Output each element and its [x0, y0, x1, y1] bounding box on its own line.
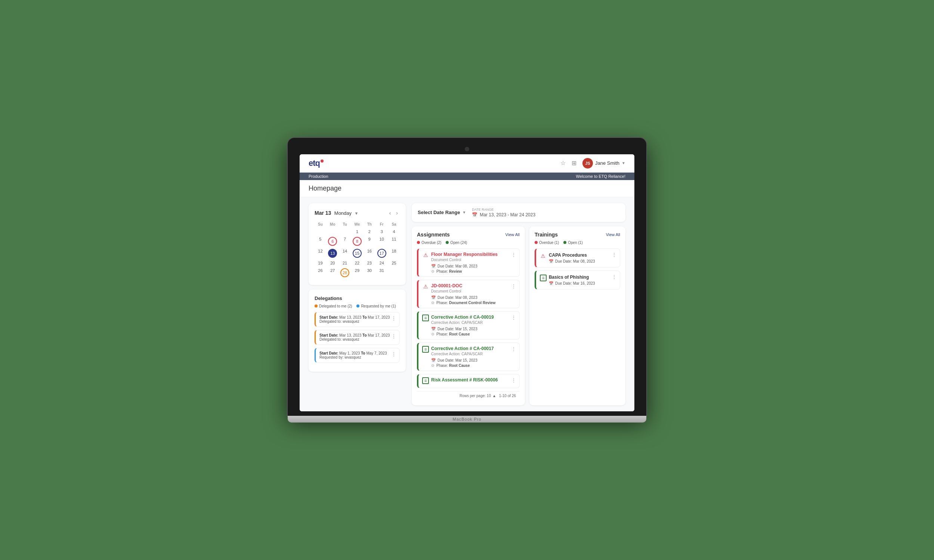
calendar-grid: Su Mo Tu We Th Fr Sa: [315, 221, 400, 278]
day-sa: Sa: [388, 221, 400, 228]
cal-day-28[interactable]: 28: [340, 268, 349, 277]
select-date-range-label: Select Date Range: [418, 209, 460, 215]
delegation-menu-2[interactable]: ⋮: [391, 333, 396, 339]
logo-accent-dot: [320, 160, 323, 163]
calendar-dropdown-icon[interactable]: ▼: [355, 211, 359, 215]
calendar-icon-2: 📅: [431, 295, 435, 300]
assignment-menu-5[interactable]: ⋮: [511, 377, 516, 383]
assignment-card-2[interactable]: ⚠ JD-00001-DOC Document Control 📅Due Dat…: [417, 280, 520, 308]
rows-per-page: Rows per page: 10 ▲: [460, 394, 496, 398]
assignment-meta-1: 📅Due Date: Mar 08, 2023 ⚙Phase: Review: [431, 264, 515, 274]
week-2: 5 6 7 8 9 10 11: [315, 236, 400, 247]
cal-day-17[interactable]: 17: [377, 249, 386, 258]
training-menu-1[interactable]: ⋮: [612, 252, 617, 258]
calendar-small-icon: 📅: [472, 212, 477, 217]
cal-day-8[interactable]: 8: [353, 237, 362, 246]
delegation-item-3: Start Date: May 1, 2023 To May 7, 2023 R…: [315, 348, 400, 363]
assignments-title: Assignments: [417, 232, 450, 238]
delegation-dates-3: Start Date: May 1, 2023 To May 7, 2023: [319, 351, 395, 355]
laptop-base: MacBook Pro: [288, 416, 646, 423]
app-header: etq ☆ ⊞ JS Jane Smith ▼: [300, 154, 634, 172]
training-card-1[interactable]: ⚠ CAPA Procedures 📅 Due Date: Mar 08, 20…: [535, 248, 620, 268]
day-su: Su: [315, 221, 326, 228]
delegation-menu-3[interactable]: ⋮: [391, 351, 396, 357]
calendar-header: Mar 13 Monday ▼ ‹ ›: [315, 209, 400, 217]
doc-icon-3: ≡: [422, 315, 429, 321]
calendar-day-headers: Su Mo Tu We Th Fr Sa: [315, 221, 400, 228]
assignment-card-1[interactable]: ⚠ Floor Manager Responsibilities Documen…: [417, 248, 520, 277]
assignment-menu-1[interactable]: ⋮: [511, 252, 516, 258]
week-4: 19 20 21 22 23 24 25: [315, 260, 400, 266]
user-menu[interactable]: JS Jane Smith ▼: [582, 158, 625, 168]
grid-icon[interactable]: ⊞: [572, 160, 577, 167]
phase-icon-2: ⚙: [431, 301, 434, 305]
delegations-card: Delegations Delegated to me (2) Requeste…: [309, 289, 406, 372]
training-card-2[interactable]: ≡ Basics of Phishing 📅 Due Date: Mar 16,…: [535, 271, 620, 289]
delegated-to-me-label: Delegated to me (2): [319, 304, 352, 308]
assignments-panel: Assignments View All Overdue (2): [412, 226, 525, 405]
phase-icon-4: ⚙: [431, 363, 434, 368]
logo-text: etq: [309, 158, 320, 168]
assignment-meta-4: 📅Due Date: Mar 15, 2023 ⚙Phase: Root Cau…: [431, 358, 515, 368]
cal-day-6[interactable]: 6: [328, 237, 337, 246]
assignment-menu-3[interactable]: ⋮: [511, 315, 516, 320]
requested-by-me-legend: Requested by me (1): [356, 304, 395, 308]
date-range-chevron: ▼: [462, 210, 466, 214]
trainings-open-legend: Open (1): [563, 241, 582, 245]
calendar-meta-icon: 📅: [431, 264, 435, 268]
training-due-1: 📅 Due Date: Mar 08, 2023: [549, 259, 616, 263]
main-content: Mar 13 Monday ▼ ‹ ›: [300, 197, 634, 411]
delegation-menu-1[interactable]: ⋮: [391, 315, 396, 321]
prev-month-button[interactable]: ‹: [388, 209, 393, 217]
phase-icon: ⚙: [431, 269, 434, 274]
date-range-selector[interactable]: Select Date Range ▼: [418, 209, 466, 215]
date-range-value: Date Range 📅 Mar 13, 2023 - Mar 24 2023: [472, 208, 535, 217]
assignments-legend: Overdue (2) Open (24): [417, 241, 520, 245]
nav-welcome-label: Welcome to ETQ Reliance!: [576, 174, 625, 178]
overdue-legend: Overdue (2): [417, 241, 441, 245]
open-legend: Open (24): [446, 241, 467, 245]
next-month-button[interactable]: ›: [394, 209, 400, 217]
day-we: We: [352, 221, 363, 228]
nav-production-label: Production: [309, 174, 328, 178]
training-title-2: Basics of Phishing: [549, 275, 616, 280]
header-actions: ☆ ⊞ JS Jane Smith ▼: [560, 158, 625, 168]
training-doc-icon-2: ≡: [540, 275, 546, 281]
cal-day-13[interactable]: 13: [328, 249, 337, 258]
rows-per-page-label: Rows per page: 10: [460, 394, 491, 398]
assignment-subtitle-3: Corrective Action: CAPA/SCAR: [431, 320, 515, 325]
phase-icon-3: ⚙: [431, 332, 434, 336]
delegation-item-1: Start Date: Mar 13, 2023 To Mar 17, 2023…: [315, 312, 400, 327]
trainings-overdue-legend: Overdue (1): [535, 241, 559, 245]
delegations-legend: Delegated to me (2) Requested by me (1): [315, 304, 400, 308]
training-menu-2[interactable]: ⋮: [612, 274, 617, 280]
delegation-dates-1: Start Date: Mar 13, 2023 To Mar 17, 2023: [319, 315, 395, 319]
assignment-menu-2[interactable]: ⋮: [511, 283, 516, 289]
right-section: Select Date Range ▼ Date Range 📅 Mar 13,…: [412, 203, 625, 405]
requested-by-me-label: Requested by me (1): [361, 304, 395, 308]
rows-chevron[interactable]: ▲: [492, 394, 496, 398]
date-range-label-text: Date Range: [472, 208, 535, 211]
cal-day-15[interactable]: 15: [353, 249, 362, 258]
assignment-card-3[interactable]: ≡ Corrective Action # CA-00019 Correctiv…: [417, 311, 520, 340]
star-icon[interactable]: ☆: [560, 160, 566, 167]
assignment-card-5[interactable]: ≡ Risk Assessment # RISK-00006 ⋮: [417, 374, 520, 388]
date-range-bar: Select Date Range ▼ Date Range 📅 Mar 13,…: [412, 203, 625, 222]
assignments-view-all[interactable]: View All: [505, 232, 520, 237]
assignment-menu-4[interactable]: ⋮: [511, 346, 516, 352]
trainings-title: Trainings: [535, 232, 558, 238]
delegation-to-2: Delegated to: wvasquez: [319, 337, 395, 342]
day-fr: Fr: [376, 221, 388, 228]
day-mo: Mo: [327, 221, 339, 228]
delegated-dot: [315, 305, 318, 308]
page-title-bar: Homepage: [300, 180, 634, 197]
alert-icon-2: ⚠: [422, 283, 429, 290]
delegation-to-1: Delegated to: wvasquez: [319, 319, 395, 323]
assignment-title-4: Corrective Action # CA-00017: [431, 346, 515, 351]
chevron-down-icon: ▼: [622, 161, 625, 165]
date-range-dates: 📅 Mar 13, 2023 - Mar 24 2023: [472, 212, 535, 217]
assignment-card-4[interactable]: ≡ Corrective Action # CA-00017 Correctiv…: [417, 343, 520, 371]
week-5: 26 27 28 29 30 31: [315, 267, 400, 278]
trainings-view-all[interactable]: View All: [606, 232, 620, 237]
training-title-1: CAPA Procedures: [549, 252, 616, 258]
